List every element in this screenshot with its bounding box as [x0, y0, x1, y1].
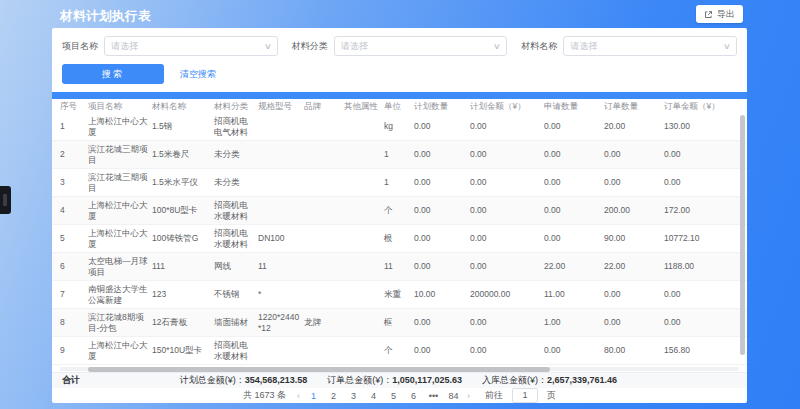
goto-page-input[interactable]: 1: [512, 388, 538, 403]
clear-search-link[interactable]: 清空搜索: [180, 68, 216, 81]
action-bar: 搜索 清空搜索: [52, 60, 747, 92]
material-category-select[interactable]: 请选择 ∨: [334, 36, 508, 56]
cell-order_amount: 0.00: [664, 149, 734, 160]
cell-project: 上海松江中心大厦: [88, 116, 152, 137]
material-name-select[interactable]: 请选择 ∨: [563, 36, 737, 56]
column-header: 序号: [60, 101, 88, 112]
goto-page-label: 前往: [485, 389, 503, 402]
column-header: 订单数量: [604, 101, 664, 112]
column-header: 计划数量: [414, 101, 470, 112]
table-header-row: 序号项目名称材料名称材料分类规格型号品牌其他属性单位计划数量计划金额（¥）申请数…: [52, 99, 747, 113]
summary-total-label: 合计: [62, 374, 80, 387]
cell-material: 123: [152, 289, 214, 300]
cell-order_amount: 130.00: [664, 121, 734, 132]
table-row: 4上海松江中心大厦100*8U型卡招商机电 水暖材料个0.000.000.002…: [52, 197, 747, 225]
page-button[interactable]: 2: [327, 391, 340, 401]
cell-material: 1.5钢: [152, 121, 214, 132]
cell-apply_qty: 0.00: [544, 121, 604, 132]
column-header: 计划金额（¥）: [470, 101, 544, 112]
cell-project: 滨江花城三期项目: [88, 144, 152, 165]
cell-plan_qty: 0.00: [414, 233, 470, 244]
cell-no: 5: [60, 233, 88, 244]
table-row: 8滨江花城8期项目-分包12石膏板墙面辅材1220*2440*12龙牌框0.00…: [52, 309, 747, 337]
cell-spec: 1220*2440*12: [258, 312, 304, 333]
column-header: 项目名称: [88, 101, 152, 112]
cell-plan_qty: 0.00: [414, 149, 470, 160]
cell-unit: 11: [384, 261, 414, 272]
table-top-accent-bar: [52, 92, 747, 99]
next-page-button[interactable]: ›: [467, 391, 470, 401]
cell-no: 1: [60, 121, 88, 132]
cell-category: 未分类: [214, 177, 258, 188]
cell-plan_amount: 0.00: [470, 177, 544, 188]
cell-unit: 根: [384, 233, 414, 244]
page-button[interactable]: 4: [367, 391, 380, 401]
cell-no: 3: [60, 177, 88, 188]
project-name-filter-label: 项目名称: [62, 40, 98, 53]
order-total-amount-label: 订单总金额(¥)：: [327, 375, 392, 385]
cell-apply_qty: 11.00: [544, 289, 604, 300]
page-button[interactable]: 5: [387, 391, 400, 401]
cell-no: 4: [60, 205, 88, 216]
cell-order_amount: 0.00: [664, 289, 734, 300]
cell-no: 9: [60, 345, 88, 356]
cell-order_qty: 0.00: [604, 317, 664, 328]
main-card: 项目名称 请选择 ∨ 材料分类 请选择 ∨ 材料名称 请选择 ∨ 搜索 清空搜索…: [52, 28, 747, 403]
pagination-total-count: 共 1673 条: [243, 389, 286, 402]
order-total-amount: 订单总金额(¥)：1,050,117,025.63: [327, 374, 462, 387]
cell-spec: 11: [258, 261, 304, 272]
cell-project: 上海松江中心大厦: [88, 340, 152, 361]
cell-order_qty: 80.00: [604, 345, 664, 356]
cell-plan_qty: 0.00: [414, 317, 470, 328]
plan-total-amount-value: 354,568,213.58: [245, 375, 308, 385]
cell-order_amount: 0.00: [664, 317, 734, 328]
summary-row: 合计 计划总金额(¥)：354,568,213.58 订单总金额(¥)：1,05…: [52, 372, 747, 388]
horizontal-scrollbar-thumb[interactable]: [88, 367, 550, 372]
cell-unit: 个: [384, 345, 414, 356]
cell-plan_qty: 10.00: [414, 289, 470, 300]
export-icon: [704, 10, 713, 19]
inbound-total-amount: 入库总金额(¥)：2,657,339,761.46: [482, 374, 617, 387]
page-button[interactable]: 1: [307, 391, 320, 401]
cell-material: 100*8U型卡: [152, 205, 214, 216]
cell-plan_amount: 0.00: [470, 233, 544, 244]
cell-material: 1.5米水平仪: [152, 177, 214, 188]
chevron-down-icon: ∨: [493, 42, 501, 51]
cell-plan_amount: 0.00: [470, 121, 544, 132]
table-row: 2滨江花城三期项目1.5米卷尺未分类10.000.000.000.000.00: [52, 141, 747, 169]
cell-material: 1.5米卷尺: [152, 149, 214, 160]
cell-no: 6: [60, 261, 88, 272]
cell-no: 8: [60, 317, 88, 328]
export-label: 导出: [717, 8, 735, 21]
page-button[interactable]: 84: [447, 391, 460, 401]
project-name-select-placeholder: 请选择: [111, 40, 138, 53]
prev-page-button[interactable]: ‹: [297, 391, 300, 401]
filter-group-project: 项目名称 请选择 ∨: [62, 36, 278, 56]
search-button[interactable]: 搜索: [62, 64, 164, 84]
cell-category: 未分类: [214, 149, 258, 160]
export-button[interactable]: 导出: [696, 5, 743, 23]
filter-bar: 项目名称 请选择 ∨ 材料分类 请选择 ∨ 材料名称 请选择 ∨: [52, 28, 747, 60]
page-button[interactable]: 6: [407, 391, 420, 401]
cell-project: 滨江花城8期项目-分包: [88, 312, 152, 333]
inbound-total-amount-value: 2,657,339,761.46: [547, 375, 617, 385]
collapsed-side-panel-tab[interactable]: [0, 186, 11, 214]
vertical-scrollbar[interactable]: [740, 115, 745, 355]
summary-items: 计划总金额(¥)：354,568,213.58 订单总金额(¥)：1,050,1…: [180, 374, 617, 387]
cell-apply_qty: 0.00: [544, 345, 604, 356]
cell-project: 南铜盛达大学生公寓新建: [88, 284, 152, 305]
column-header: 申请数量: [544, 101, 604, 112]
column-header: 品牌: [304, 101, 344, 112]
cell-category: 招商机电 水暖材料: [214, 200, 258, 221]
project-name-select[interactable]: 请选择 ∨: [104, 36, 278, 56]
table-row: 6太空电梯—月球项目111网线11110.000.0022.0022.00118…: [52, 253, 747, 281]
cell-order_qty: 0.00: [604, 177, 664, 188]
cell-unit: kg: [384, 121, 414, 132]
horizontal-scrollbar-track: [60, 367, 739, 371]
column-header: 订单金额（¥）: [664, 101, 734, 112]
cell-project: 上海松江中心大厦: [88, 200, 152, 221]
page-button[interactable]: 3: [347, 391, 360, 401]
cell-plan_amount: 0.00: [470, 345, 544, 356]
inbound-total-amount-label: 入库总金额(¥)：: [482, 375, 547, 385]
cell-category: 墙面辅材: [214, 317, 258, 328]
